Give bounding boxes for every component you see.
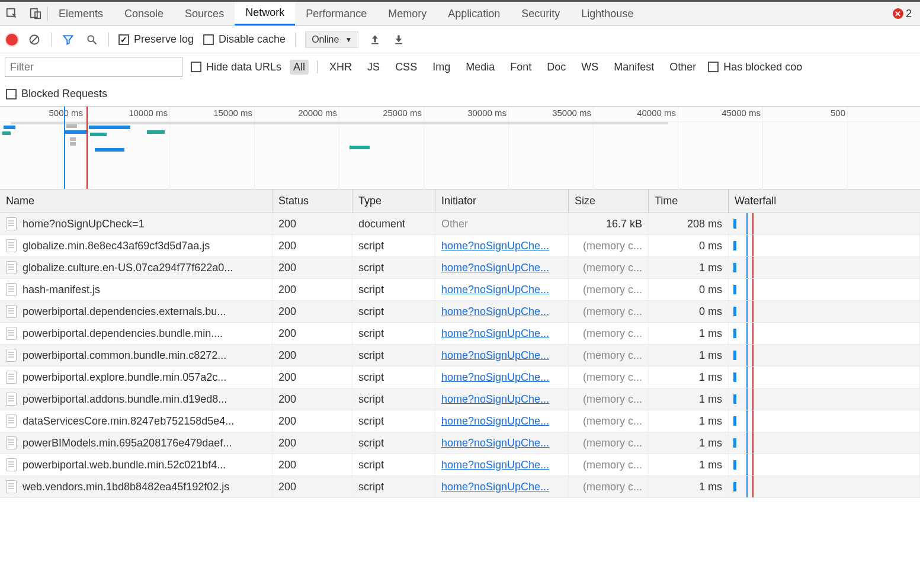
inspect-icon[interactable]	[0, 7, 24, 20]
filter-icon[interactable]	[61, 33, 75, 47]
filter-type-img[interactable]: Img	[429, 60, 454, 75]
request-size: (memory c...	[569, 432, 649, 454]
blocked-requests-checkbox[interactable]: Blocked Requests	[6, 88, 915, 100]
request-name: powerbiportal.web.bundle.min.52c021bf4..…	[23, 459, 226, 471]
col-status[interactable]: Status	[273, 189, 352, 213]
request-type: script	[352, 432, 435, 454]
preserve-log-checkbox[interactable]: Preserve log	[118, 33, 194, 46]
request-status: 200	[273, 388, 352, 410]
request-time: 1 ms	[649, 476, 729, 497]
request-status: 200	[273, 476, 352, 497]
request-status: 200	[273, 454, 352, 475]
request-waterfall	[729, 410, 920, 432]
request-type: script	[352, 454, 435, 475]
table-row[interactable]: powerbiportal.common.bundle.min.c8272...…	[0, 345, 920, 367]
request-initiator[interactable]: home?noSignUpChe...	[435, 432, 569, 454]
col-size[interactable]: Size	[569, 189, 649, 213]
filter-type-all[interactable]: All	[290, 60, 309, 75]
request-name: hash-manifest.js	[23, 284, 100, 296]
filter-type-js[interactable]: JS	[364, 60, 383, 75]
tab-security[interactable]: Security	[511, 2, 570, 25]
timeline-overview[interactable]: 5000 ms10000 ms15000 ms20000 ms25000 ms3…	[0, 107, 920, 189]
request-initiator[interactable]: home?noSignUpChe...	[435, 367, 569, 388]
table-row[interactable]: hash-manifest.js200scripthome?noSignUpCh…	[0, 279, 920, 301]
tab-lighthouse[interactable]: Lighthouse	[570, 2, 644, 25]
request-initiator[interactable]: home?noSignUpChe...	[435, 454, 569, 475]
tab-console[interactable]: Console	[114, 2, 174, 25]
filter-type-ws[interactable]: WS	[578, 60, 602, 75]
tab-elements[interactable]: Elements	[48, 2, 114, 25]
col-time[interactable]: Time	[649, 189, 729, 213]
tab-sources[interactable]: Sources	[174, 2, 235, 25]
table-row[interactable]: powerBIModels.min.695a208176e479daef...2…	[0, 432, 920, 454]
table-row[interactable]: dataServicesCore.min.8247eb752158d5e4...…	[0, 410, 920, 432]
filter-type-media[interactable]: Media	[462, 60, 498, 75]
request-size: (memory c...	[569, 345, 649, 366]
clear-icon[interactable]	[27, 33, 41, 47]
request-initiator[interactable]: home?noSignUpChe...	[435, 323, 569, 344]
table-row[interactable]: globalize.min.8e8ec43af69cf3d5d7aa.js200…	[0, 235, 920, 257]
request-status: 200	[273, 301, 352, 322]
table-row[interactable]: powerbiportal.explore.bundle.min.057a2c.…	[0, 367, 920, 388]
request-waterfall	[729, 301, 920, 322]
request-time: 1 ms	[649, 454, 729, 475]
tab-performance[interactable]: Performance	[295, 2, 377, 25]
request-initiator[interactable]: home?noSignUpChe...	[435, 257, 569, 278]
table-row[interactable]: powerbiportal.dependencies.externals.bu.…	[0, 301, 920, 323]
request-size: (memory c...	[569, 235, 649, 256]
filter-input[interactable]	[5, 57, 182, 77]
filter-type-font[interactable]: Font	[507, 60, 535, 75]
throttle-value: Online	[312, 34, 339, 45]
filter-type-manifest[interactable]: Manifest	[610, 60, 658, 75]
filter-type-css[interactable]: CSS	[392, 60, 421, 75]
request-waterfall	[729, 213, 920, 234]
device-toggle-icon[interactable]	[24, 7, 47, 20]
filter-type-xhr[interactable]: XHR	[326, 60, 355, 75]
request-table-header: Name Status Type Initiator Size Time Wat…	[0, 189, 920, 213]
has-blocked-label: Has blocked coo	[723, 61, 802, 73]
search-icon[interactable]	[85, 33, 99, 47]
request-initiator[interactable]: home?noSignUpChe...	[435, 279, 569, 300]
disable-cache-label: Disable cache	[219, 33, 286, 46]
table-row[interactable]: home?noSignUpCheck=1200documentOther16.7…	[0, 213, 920, 235]
has-blocked-cookies-checkbox[interactable]: Has blocked coo	[708, 61, 802, 73]
request-initiator[interactable]: home?noSignUpChe...	[435, 345, 569, 366]
request-initiator[interactable]: home?noSignUpChe...	[435, 301, 569, 322]
checkbox-icon	[118, 34, 129, 45]
hide-data-urls-checkbox[interactable]: Hide data URLs	[191, 61, 281, 73]
filter-type-other[interactable]: Other	[666, 60, 700, 75]
throttle-select[interactable]: Online ▼	[305, 31, 358, 48]
request-initiator[interactable]: home?noSignUpChe...	[435, 410, 569, 432]
request-time: 0 ms	[649, 301, 729, 322]
record-button[interactable]	[6, 34, 18, 46]
table-row[interactable]: globalize.culture.en-US.07ca294f77f622a0…	[0, 257, 920, 279]
filter-type-doc[interactable]: Doc	[543, 60, 569, 75]
col-type[interactable]: Type	[352, 189, 435, 213]
request-initiator[interactable]: home?noSignUpChe...	[435, 235, 569, 256]
tab-network[interactable]: Network	[235, 2, 295, 25]
chevron-down-icon: ▼	[345, 36, 352, 44]
svg-line-6	[94, 41, 97, 44]
col-name[interactable]: Name	[0, 189, 273, 213]
preserve-log-label: Preserve log	[134, 33, 194, 46]
upload-icon[interactable]	[368, 33, 382, 47]
request-waterfall	[729, 235, 920, 256]
request-waterfall	[729, 323, 920, 344]
error-icon: ✕	[893, 8, 903, 19]
table-row[interactable]: web.vendors.min.1bd8b8482ea45f192f02.js2…	[0, 476, 920, 498]
disable-cache-checkbox[interactable]: Disable cache	[203, 33, 286, 46]
table-row[interactable]: powerbiportal.addons.bundle.min.d19ed8..…	[0, 388, 920, 410]
tab-application[interactable]: Application	[437, 2, 511, 25]
download-icon[interactable]	[392, 33, 406, 47]
request-size: (memory c...	[569, 367, 649, 388]
table-row[interactable]: powerbiportal.dependencies.bundle.min...…	[0, 323, 920, 345]
request-size: (memory c...	[569, 476, 649, 497]
col-initiator[interactable]: Initiator	[435, 189, 569, 213]
request-initiator[interactable]: home?noSignUpChe...	[435, 476, 569, 497]
error-count-badge[interactable]: ✕ 2	[893, 8, 912, 20]
table-row[interactable]: powerbiportal.web.bundle.min.52c021bf4..…	[0, 454, 920, 476]
request-initiator[interactable]: home?noSignUpChe...	[435, 388, 569, 410]
tab-memory[interactable]: Memory	[377, 2, 437, 25]
col-waterfall[interactable]: Waterfall	[729, 189, 920, 213]
separator	[317, 60, 318, 73]
